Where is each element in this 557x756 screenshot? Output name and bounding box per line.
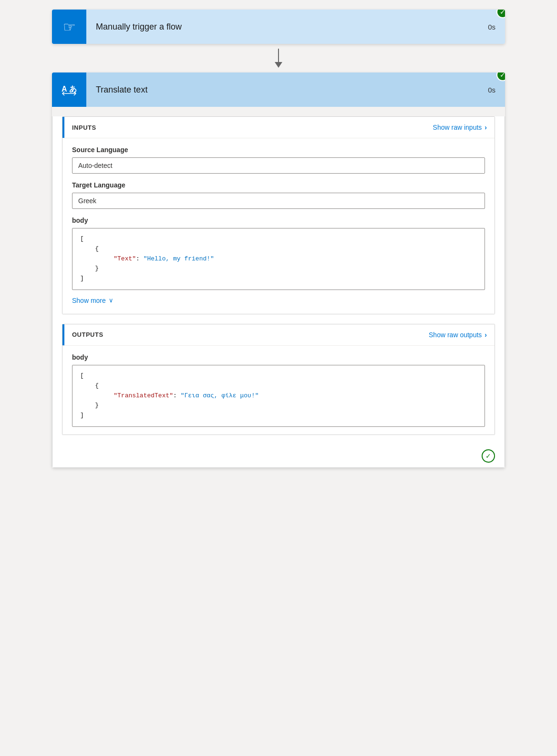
translate-icon-box: A あ <box>52 72 86 107</box>
target-language-label: Target Language <box>72 181 485 189</box>
show-more-chevron-icon: ∨ <box>109 297 113 304</box>
arrow-line <box>278 49 279 62</box>
source-language-label: Source Language <box>72 146 485 154</box>
outputs-title: OUTPUTS <box>72 331 103 338</box>
code-bracket-open: [ <box>80 235 84 242</box>
bottom-checkmark-area: ✓ <box>52 445 505 467</box>
bottom-circle-check-icon: ✓ <box>482 449 495 463</box>
out-code-bracket-open: [ <box>80 372 84 379</box>
translate-step-header: A あ Translate text 0s <box>52 72 505 107</box>
inputs-panel: INPUTS Show raw inputs › Source Language… <box>62 116 495 314</box>
out-code-translated-key: "TranslatedText" <box>110 392 173 399</box>
arrow-connector <box>275 44 282 72</box>
code-indent <box>80 255 110 262</box>
code-brace-open: { <box>80 245 99 252</box>
outputs-section-content: body [ { "TranslatedText": "Γεια σας, φί… <box>62 345 495 435</box>
svg-text:あ: あ <box>69 85 77 93</box>
inputs-title: INPUTS <box>72 124 96 131</box>
body-input-code: [ { "Text": "Hello, my friend!" } ] <box>72 228 485 290</box>
body-input-label: body <box>72 217 485 224</box>
trigger-step-title: Manually trigger a flow <box>86 22 478 32</box>
hand-pointer-icon: ☞ <box>63 19 76 35</box>
show-raw-inputs-label: Show raw inputs <box>433 124 482 131</box>
show-raw-outputs-button[interactable]: Show raw outputs › <box>429 331 487 339</box>
show-more-label: Show more <box>72 297 106 304</box>
source-language-value: Auto-detect <box>72 157 485 174</box>
code-text-key: "Text" <box>110 255 136 262</box>
code-bracket-close: ] <box>80 275 84 282</box>
translate-step-title: Translate text <box>86 85 478 95</box>
code-text-value: "Hello, my friend!" <box>144 255 214 262</box>
show-raw-inputs-chevron-icon: › <box>485 124 487 131</box>
out-code-indent <box>80 392 110 399</box>
inputs-section-header: INPUTS Show raw inputs › <box>62 117 495 138</box>
show-raw-outputs-chevron-icon: › <box>485 331 487 339</box>
show-raw-outputs-label: Show raw outputs <box>429 331 482 339</box>
trigger-step-time: 0s <box>478 23 505 31</box>
out-code-colon: : <box>173 392 181 399</box>
code-colon: : <box>136 255 144 262</box>
outputs-section-header: OUTPUTS Show raw outputs › <box>62 324 495 345</box>
trigger-step-card: ☞ Manually trigger a flow 0s ✓ <box>52 10 505 44</box>
translate-step-time: 0s <box>478 86 505 94</box>
translate-step-card: A あ Translate text 0s ✓ INPUTS Show ra <box>52 72 505 468</box>
body-output-code: [ { "TranslatedText": "Γεια σας, φίλε μο… <box>72 365 485 427</box>
translate-icon: A あ <box>61 81 78 98</box>
out-code-translated-value: "Γεια σας, φίλε μου!" <box>181 392 259 399</box>
trigger-icon-box: ☞ <box>52 10 86 44</box>
target-language-value: Greek <box>72 193 485 209</box>
trigger-step-header: ☞ Manually trigger a flow 0s <box>52 10 505 44</box>
arrow-head <box>275 62 282 68</box>
show-raw-inputs-button[interactable]: Show raw inputs › <box>433 124 487 131</box>
inputs-section-content: Source Language Auto-detect Target Langu… <box>62 138 495 314</box>
show-more-button[interactable]: Show more ∨ <box>72 297 113 304</box>
out-code-brace-close: } <box>80 402 99 409</box>
out-code-brace-open: { <box>80 382 99 389</box>
out-code-bracket-close: ] <box>80 412 84 419</box>
flow-container: ☞ Manually trigger a flow 0s ✓ A あ <box>52 10 505 746</box>
body-output-label: body <box>72 353 485 361</box>
code-brace-close: } <box>80 265 99 272</box>
outputs-panel: OUTPUTS Show raw outputs › body [ { "Tra… <box>62 324 495 435</box>
translate-card-body: INPUTS Show raw inputs › Source Language… <box>52 116 505 468</box>
